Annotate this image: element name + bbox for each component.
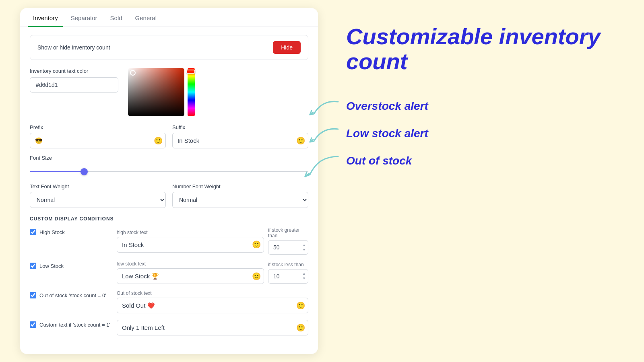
color-spectrum[interactable] [188,68,195,116]
high-stock-emoji-btn[interactable]: 🙂 [252,241,261,248]
high-stock-label: High Stock [39,229,65,235]
right-panel: Customizable inventory count Overstock a… [338,0,644,362]
high-stock-down-btn[interactable]: ▼ [301,248,307,252]
out-of-stock-label: Out of stock 'stock count = 0' [39,292,106,298]
custom-one-fields: 🙂 [117,320,308,335]
low-stock-text-group: low stock text 🙂 [117,261,264,284]
overstock-alert-text: Overstock alert [346,98,428,115]
low-stock-arrow-icon [306,125,342,145]
custom-one-text-input[interactable] [117,320,308,335]
custom-one-text-group: 🙂 [117,320,308,335]
low-stock-up-btn[interactable]: ▲ [301,272,307,276]
low-stock-alert-text: Low stock alert [346,125,428,142]
high-stock-checkbox[interactable] [30,229,36,235]
prefix-emoji-button[interactable]: 🙂 [154,137,163,144]
headline: Customizable inventory count [346,24,628,74]
custom-one-text-wrapper: 🙂 [117,320,308,335]
low-stock-text-wrapper: 🙂 [117,268,264,284]
tab-separator[interactable]: Separator [66,8,102,27]
low-stock-fields: low stock text 🙂 if stock less than [117,261,308,284]
condition-left-custom-one: Custom text if 'stock count = 1' [30,320,110,328]
out-of-stock-alert-text: Out of stock [346,152,412,169]
out-of-stock-checkbox[interactable] [30,292,36,298]
color-hex-input[interactable] [30,77,118,93]
low-stock-emoji-btn[interactable]: 🙂 [252,273,261,280]
condition-left-high-stock: High Stock [30,227,110,235]
tab-general[interactable]: General [130,8,161,27]
suffix-input[interactable] [172,133,308,148]
alert-low-stock: Low stock alert [346,125,628,142]
suffix-input-wrapper: 🙂 [172,133,308,148]
out-of-stock-text-input[interactable] [117,298,308,313]
high-stock-text-wrapper: 🙂 [117,237,264,253]
text-font-weight-group: Text Font Weight Normal Bold Light Mediu… [30,183,166,208]
alert-group: Overstock alert Low stock alert Out of s… [346,98,628,169]
tab-inventory[interactable]: Inventory [28,8,63,27]
slider-wrapper [30,163,308,177]
condition-left-low-stock: Low Stock [30,261,110,269]
text-font-weight-label: Text Font Weight [30,183,166,189]
overstock-arrow-icon [306,98,342,118]
prefix-input[interactable] [30,133,166,148]
out-of-stock-text-wrapper: 🙂 [117,298,308,313]
out-of-stock-text-label: Out of stock text [117,290,308,296]
condition-row-low-stock: Low Stock low stock text 🙂 if stock less… [30,261,308,284]
conditions-section: CUSTOM DISPLAY CONDITIONS High Stock hig… [30,216,308,335]
high-stock-text-input[interactable] [117,237,264,253]
out-of-stock-fields: Out of stock text 🙂 [117,290,308,313]
low-stock-text-input[interactable] [117,268,264,284]
low-stock-spinners: ▲ ▼ [301,272,307,281]
number-font-weight-select[interactable]: Normal Bold Light Medium Semi-Bold [172,192,308,208]
font-weight-row: Text Font Weight Normal Bold Light Mediu… [30,183,308,208]
color-picker-area[interactable] [128,68,195,116]
color-gradient[interactable] [128,68,184,116]
high-stock-threshold-group: if stock greater than ▲ ▼ [268,227,308,255]
left-panel: Inventory Separator Sold General Show or… [0,0,338,362]
conditions-header: CUSTOM DISPLAY CONDITIONS [30,216,308,222]
low-stock-text-label: low stock text [117,261,264,267]
prefix-label: Prefix [30,124,166,130]
show-hide-label: Show or hide inventory count [37,44,110,51]
condition-row-out-of-stock: Out of stock 'stock count = 0' Out of st… [30,290,308,313]
hide-button[interactable]: Hide [273,41,301,54]
low-stock-threshold-label: if stock less than [268,262,308,267]
high-stock-fields: high stock text 🙂 if stock greater than [117,227,308,255]
condition-row-high-stock: High Stock high stock text 🙂 if stock gr… [30,227,308,255]
high-stock-threshold-label: if stock greater than [268,227,308,239]
condition-left-out-of-stock: Out of stock 'stock count = 0' [30,290,110,298]
color-section: Inventory count text color [30,68,308,116]
suffix-group: Suffix 🙂 [172,124,308,148]
suffix-label: Suffix [172,124,308,130]
custom-one-emoji-btn[interactable]: 🙂 [296,324,305,331]
out-of-stock-text-group: Out of stock text 🙂 [117,290,308,313]
prefix-group: Prefix 🙂 [30,124,166,148]
condition-row-custom-one: Custom text if 'stock count = 1' 🙂 [30,320,308,335]
prefix-input-wrapper: 🙂 [30,133,166,148]
number-font-weight-group: Number Font Weight Normal Bold Light Med… [172,183,308,208]
custom-one-checkbox[interactable] [30,321,36,328]
low-stock-down-btn[interactable]: ▼ [301,276,307,281]
text-font-weight-select[interactable]: Normal Bold Light Medium Semi-Bold [30,192,166,208]
color-input-wrapper: Inventory count text color [30,68,118,93]
out-of-stock-emoji-btn[interactable]: 🙂 [296,302,305,309]
high-stock-number-wrapper: ▲ ▼ [268,240,308,255]
low-stock-checkbox[interactable] [30,263,36,269]
font-size-label: Font Size [30,155,308,161]
color-gradient-dot[interactable] [130,70,136,76]
custom-one-label: Custom text if 'stock count = 1' [39,322,110,328]
spectrum-thumb[interactable] [186,70,195,74]
prefix-suffix-row: Prefix 🙂 Suffix 🙂 [30,124,308,148]
low-stock-threshold-group: if stock less than ▲ ▼ [268,262,308,284]
font-size-slider[interactable] [30,171,308,172]
low-stock-number-wrapper: ▲ ▼ [268,269,308,284]
high-stock-up-btn[interactable]: ▲ [301,243,307,247]
suffix-emoji-button[interactable]: 🙂 [296,137,305,144]
tab-sold[interactable]: Sold [105,8,127,27]
high-stock-spinners: ▲ ▼ [301,243,307,252]
settings-card: Inventory Separator Sold General Show or… [20,8,318,354]
font-size-section: Font Size [30,155,308,177]
number-font-weight-label: Number Font Weight [172,183,308,189]
tabs-bar: Inventory Separator Sold General [20,8,318,27]
alert-out-of-stock: Out of stock [346,152,628,169]
alert-overstock: Overstock alert [346,98,628,115]
